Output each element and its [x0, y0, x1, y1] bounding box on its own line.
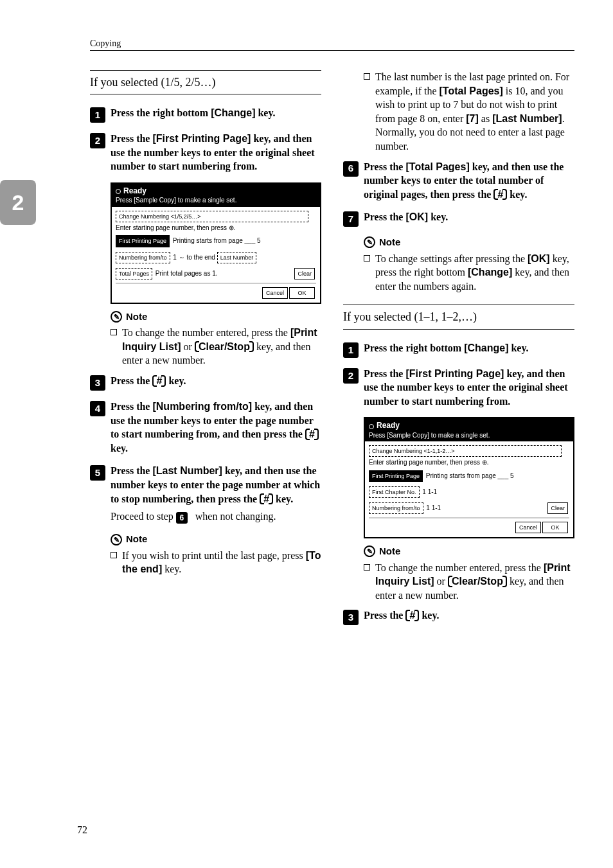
- note-bullet: If you wish to print until the last page…: [111, 549, 321, 576]
- bullet-icon: [364, 73, 370, 80]
- note-bullet: To change the number entered, press the …: [364, 561, 574, 603]
- bullet-icon: [364, 564, 370, 571]
- panel-title: Change Numbering <1-1,1-2…>: [369, 445, 562, 457]
- note-label: Note: [126, 310, 147, 323]
- ui-label: [Total Pages]: [440, 85, 503, 96]
- info-bullet: The last number is the last page printed…: [364, 70, 574, 154]
- step-ref-icon: 6: [176, 512, 188, 524]
- key-label: #: [260, 492, 273, 506]
- step-2: 2 Press the [First Printing Page] key, a…: [343, 367, 574, 409]
- note-label: Note: [379, 545, 400, 558]
- step-text: key.: [419, 610, 439, 621]
- step-number: 1: [343, 342, 359, 358]
- ui-label: [Total Pages]: [405, 161, 469, 172]
- step-text: key.: [507, 189, 527, 200]
- right-column: The last number is the last page printed…: [343, 70, 574, 634]
- step-4: 4 Press the [Numbering from/to] key, and…: [90, 400, 321, 455]
- step-extra-text: when not changing.: [193, 511, 276, 522]
- step-text: key.: [273, 493, 293, 504]
- step-6: 6 Press the [Total Pages] key, and then …: [343, 160, 574, 202]
- key-label: #: [493, 188, 507, 202]
- bullet-icon: [111, 552, 117, 558]
- ui-label: [Last Number]: [492, 113, 562, 124]
- value-text: Printing starts from page ___ 5: [426, 472, 514, 479]
- step-2: 2 Press the [First Printing Page] key, a…: [90, 132, 321, 173]
- value-text: 1 ～ to the end: [173, 254, 215, 261]
- note-text: or: [434, 576, 448, 587]
- step-number: 7: [343, 211, 359, 227]
- bullet-icon: [364, 255, 370, 261]
- step-3: 3 Press the # key.: [343, 608, 574, 625]
- key-label: #: [305, 427, 319, 441]
- instruction-text: Enter starting page number, then press ⊕…: [116, 224, 316, 233]
- note-icon: [109, 309, 124, 324]
- ui-label: [Numbering from/to]: [152, 401, 252, 412]
- last-number-button[interactable]: Last Number: [217, 252, 257, 263]
- note-bullet: To change settings after pressing the [O…: [364, 252, 574, 294]
- ui-label: [OK]: [405, 211, 428, 222]
- ok-button[interactable]: OK: [289, 287, 315, 299]
- first-chapter-no-button[interactable]: First Chapter No.: [369, 486, 420, 498]
- hint-text: Press [Sample Copy] to make a single set…: [116, 197, 236, 204]
- ui-label: [Change]: [464, 342, 508, 353]
- ui-label: [OK]: [528, 253, 550, 264]
- hint-text: Press [Sample Copy] to make a single set…: [369, 432, 490, 439]
- key-label: #: [152, 374, 166, 388]
- subproc-title: If you selected (1–1, 1–2,…): [343, 305, 574, 329]
- note-text: or: [181, 341, 195, 352]
- status-led-icon: [116, 189, 121, 194]
- instruction-text: Enter starting page number, then press ⊕…: [369, 458, 569, 467]
- step-text: key.: [508, 342, 528, 353]
- bullet-text: as: [479, 113, 492, 124]
- note-icon: [362, 544, 377, 560]
- ui-label: [Change]: [211, 107, 255, 118]
- ui-label: [Change]: [468, 267, 512, 278]
- step-number: 1: [90, 107, 105, 123]
- numbering-fromto-button[interactable]: Numbering from/to: [116, 252, 170, 263]
- step-1: 1 Press the right bottom [Change] key.: [90, 106, 321, 123]
- ui-label: [First Printing Page]: [152, 133, 251, 144]
- cancel-button[interactable]: Cancel: [515, 522, 541, 533]
- note-heading: Note: [111, 310, 321, 323]
- cancel-button[interactable]: Cancel: [262, 287, 288, 299]
- step-extra-text: Proceed to step: [111, 511, 176, 522]
- value-text: Printing starts from page ___ 5: [173, 237, 261, 244]
- ui-label: [Last Number]: [152, 465, 222, 476]
- note-bullet: To change the number entered, press the …: [111, 326, 321, 368]
- note-label: Note: [126, 533, 147, 545]
- numbering-fromto-button[interactable]: Numbering from/to: [369, 502, 423, 514]
- bullet-icon: [111, 329, 117, 335]
- chapter-tab: 2: [0, 180, 36, 225]
- step-number: 6: [343, 161, 359, 177]
- note-text: To change settings after pressing the: [375, 253, 528, 264]
- step-5: 5 Press the [Last Number] key, and then …: [90, 464, 321, 524]
- note-label: Note: [379, 236, 400, 249]
- display-screenshot: ReadyPress [Sample Copy] to make a singl…: [111, 182, 321, 304]
- panel-title: Change Numbering <1/5,2/5…>: [116, 211, 308, 222]
- step-1: 1 Press the right bottom [Change] key.: [343, 341, 574, 358]
- first-printing-page-button[interactable]: First Printing Page: [369, 470, 423, 482]
- page-number: 72: [77, 824, 87, 836]
- status-text: Ready: [377, 421, 400, 430]
- total-pages-button[interactable]: Total Pages: [116, 268, 152, 279]
- step-number: 5: [90, 465, 105, 481]
- step-text: Press the: [364, 161, 405, 172]
- step-7: 7 Press the [OK] key.: [343, 210, 574, 227]
- step-text: Press the: [364, 610, 405, 621]
- note-icon: [109, 532, 124, 547]
- step-text: key.: [255, 107, 275, 118]
- key-label: Clear/Stop: [448, 574, 507, 589]
- note-text: To change the number entered, press the: [122, 327, 290, 338]
- note-heading: Note: [111, 533, 321, 545]
- left-column: If you selected (1/5, 2/5…) 1 Press the …: [90, 70, 321, 634]
- value-text: 1 1-1: [426, 504, 441, 511]
- step-text: key.: [428, 211, 448, 222]
- clear-button[interactable]: Clear: [294, 268, 315, 279]
- clear-button[interactable]: Clear: [547, 502, 568, 514]
- first-printing-page-button[interactable]: First Printing Page: [116, 235, 170, 247]
- step-text: Press the: [364, 211, 405, 222]
- step-number: 3: [343, 610, 359, 625]
- ok-button[interactable]: OK: [542, 522, 568, 533]
- step-number: 3: [90, 375, 105, 391]
- step-3: 3 Press the # key.: [90, 374, 321, 391]
